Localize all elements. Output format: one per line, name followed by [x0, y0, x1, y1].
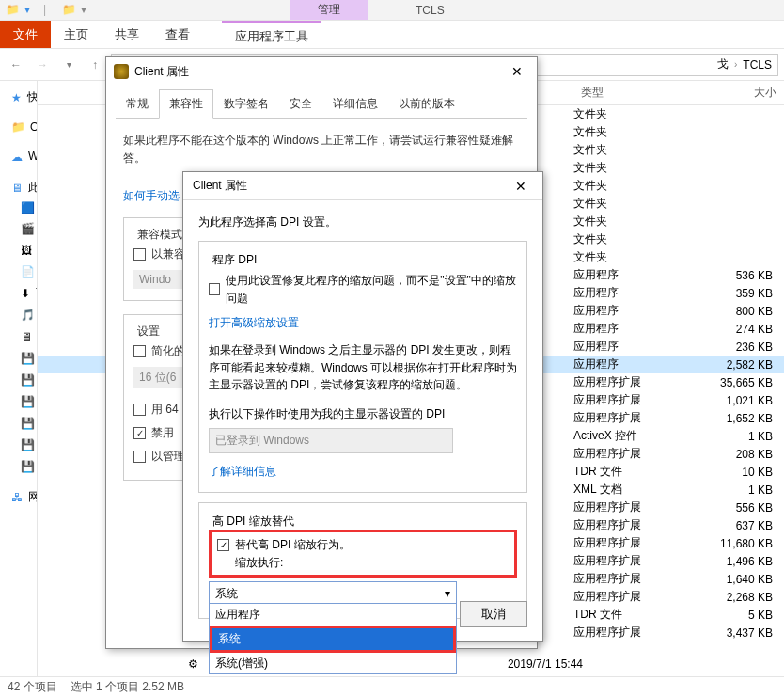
scaling-performed-by-label: 缩放执行: [217, 554, 509, 572]
down-icon[interactable]: ▾ [81, 3, 96, 18]
cancel-button[interactable]: 取消 [460, 601, 527, 627]
sidebar-item[interactable]: 💾本地磁盘 (C: [0, 347, 37, 369]
cell-size: 1,021 KB [686, 394, 784, 407]
tab-view[interactable]: 查看 [152, 21, 203, 48]
column-type[interactable]: 类型 [573, 81, 686, 104]
cell-size: 11,680 KB [686, 537, 784, 550]
cell-type: 应用程序 [573, 339, 686, 355]
sidebar-item[interactable]: 🖼图片 [0, 239, 37, 261]
folder-icon[interactable]: 📁 [6, 3, 21, 18]
cell-size: 556 KB [686, 501, 784, 515]
sidebar-item[interactable]: 🎵音乐 [0, 304, 37, 325]
sidebar-onedrive[interactable]: 📁OneDrive [0, 118, 37, 136]
tab-compatibility[interactable]: 兼容性 [159, 89, 213, 119]
tab-file[interactable]: 文件 [0, 21, 51, 48]
tab-details[interactable]: 详细信息 [322, 89, 388, 118]
cell-type: 应用程序扩展 [573, 553, 686, 569]
forward-button[interactable]: → [32, 55, 53, 75]
drive-icon: 🖥 [21, 330, 32, 343]
dpi-when-label: 执行以下操作时使用为我的主显示器设置的 DPI [209, 405, 517, 423]
chevron-right-icon[interactable]: › [734, 59, 737, 70]
drive-icon: 💾 [21, 373, 34, 387]
cell-type: TDR 文件 [573, 607, 686, 623]
cell-type: 文件夹 [573, 106, 686, 122]
checkbox-icon [133, 248, 146, 261]
tab-security[interactable]: 安全 [279, 89, 322, 118]
learn-more-link[interactable]: 了解详细信息 [209, 463, 517, 481]
drive-icon: ⬇ [21, 287, 30, 300]
tab-signature[interactable]: 数字签名 [213, 89, 279, 118]
sidebar-quick-access[interactable]: ★快速访问 [0, 87, 37, 108]
sidebar-item[interactable]: ⬇下载 [0, 282, 37, 304]
cell-type: 文件夹 [573, 196, 686, 212]
tab-previous[interactable]: 以前的版本 [388, 89, 465, 118]
status-count: 42 个项目 [8, 679, 57, 695]
sidebar-item[interactable]: 🎬视频 [0, 217, 37, 239]
cloud-icon: ☁ [11, 150, 23, 164]
sidebar-item[interactable]: 📄文档 [0, 261, 37, 282]
sidebar-this-pc[interactable]: 🖥此电脑 [0, 177, 37, 198]
cell-type: 应用程序 [573, 356, 686, 372]
tab-general[interactable]: 常规 [116, 89, 159, 118]
close-button[interactable]: ✕ [505, 64, 529, 79]
sidebar-item[interactable]: 💾游戏盘2 (F: [0, 412, 37, 434]
drive-icon: 🎬 [21, 222, 34, 235]
cell-size: 800 KB [686, 305, 784, 318]
cell-size: 637 KB [686, 519, 784, 532]
sidebar-item[interactable]: 💾游戏盘1 (E: [0, 390, 37, 412]
drive-icon: 💾 [21, 395, 34, 408]
drive-icon: 💾 [21, 352, 34, 365]
tab-home[interactable]: 主页 [51, 21, 102, 48]
sidebar-item[interactable]: 💾软件磁盘 (D: [0, 369, 37, 390]
sidebar-item[interactable]: 🟦3D Objects [0, 198, 37, 217]
cell-type: 应用程序扩展 [573, 446, 686, 462]
close-button[interactable]: ✕ [509, 179, 533, 194]
app-icon [114, 64, 129, 79]
drive-icon: 💾 [21, 438, 34, 451]
file-icon: ⚙ [188, 657, 198, 671]
folder-icon[interactable]: 📁 [62, 3, 77, 18]
dialog-title: Client 属性 [134, 64, 189, 80]
tab-app-tools[interactable]: 应用程序工具 [222, 21, 321, 48]
cell-type: 应用程序扩展 [573, 589, 686, 605]
status-selection: 选中 1 个项目 2.52 MB [71, 679, 184, 695]
checkbox-fix-scaling[interactable]: 使用此设置修复此程序的缩放问题，而不是"设置"中的缩放问题 [209, 268, 517, 310]
up-button[interactable]: ↑ [85, 55, 105, 75]
cell-size: 359 KB [686, 287, 784, 300]
combo-option-application[interactable]: 应用程序 [210, 604, 456, 626]
cell-size: 1,496 KB [686, 555, 784, 568]
combo-scaling-list[interactable]: 应用程序 系统 系统(增强) [209, 603, 457, 674]
breadcrumb-segment[interactable]: 戈 [717, 56, 729, 72]
cell-type: 文件夹 [573, 249, 686, 265]
back-button[interactable]: ← [6, 55, 26, 75]
cell-size: 236 KB [686, 341, 784, 354]
star-icon: ★ [11, 91, 22, 104]
sidebar-item[interactable]: 💾工作盘 (G:) [0, 434, 37, 455]
cell-size: 1 KB [686, 430, 784, 443]
cell-size: 35,665 KB [686, 376, 784, 389]
recent-dropdown[interactable]: ▾ [58, 55, 79, 75]
open-advanced-link[interactable]: 打开高级缩放设置 [209, 314, 517, 332]
tab-share[interactable]: 共享 [102, 21, 152, 48]
breadcrumb-segment[interactable]: TCLS [743, 58, 772, 71]
fieldset-settings: 设置 [133, 324, 164, 340]
checkbox-override-dpi[interactable]: ✓替代高 DPI 缩放行为。 [217, 536, 509, 554]
dialog-title: Client 属性 [193, 178, 247, 194]
group-dpi-override: 高 DPI 缩放替代 [209, 513, 298, 531]
cell-type: ActiveX 控件 [573, 428, 686, 444]
drive-icon: 💾 [21, 460, 34, 473]
sidebar-wps[interactable]: ☁WPS网盘 [0, 146, 37, 167]
pin-icon[interactable]: ▾ [24, 3, 39, 18]
navigation-pane[interactable]: ★快速访问 📁OneDrive ☁WPS网盘 🖥此电脑 🟦3D Objects🎬… [0, 81, 38, 676]
cell-type: 文件夹 [573, 160, 686, 176]
sidebar-item[interactable]: 🖥桌面 [0, 325, 37, 347]
combo-option-system-enhanced[interactable]: 系统(增强) [210, 653, 456, 674]
sidebar-item[interactable]: 💾个人盘 (H:) [0, 455, 37, 477]
checkbox-icon [133, 404, 146, 416]
column-size[interactable]: 大小 [686, 81, 784, 104]
sidebar-network[interactable]: 🖧网络 [0, 486, 37, 508]
cell-size: 536 KB [686, 269, 784, 282]
cell-type: 应用程序扩展 [573, 410, 686, 426]
combo-option-system[interactable]: 系统 [212, 628, 453, 650]
cell-size: 1,652 KB [686, 412, 784, 425]
